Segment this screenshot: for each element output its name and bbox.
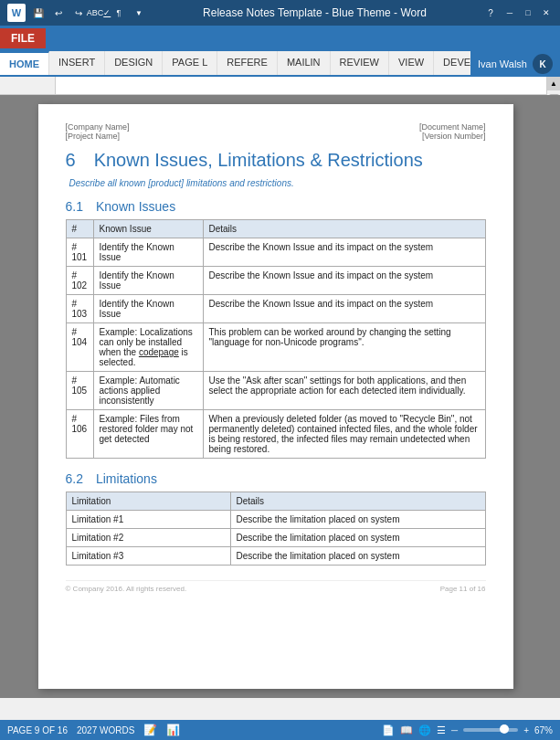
section-heading: 6 Known Issues, Limitations & Restrictio… (66, 150, 486, 171)
save-icon[interactable]: 💾 (31, 5, 46, 20)
subsection-61-heading: 6.1 Known Issues (66, 199, 486, 214)
view-outline-icon[interactable]: ☰ (437, 724, 446, 736)
section-title: Known Issues, Limitations & Restrictions (94, 150, 423, 171)
issue-hash: # 104 (66, 323, 93, 372)
tab-page-layout[interactable]: PAGE L (163, 51, 217, 75)
issue-details: When a previously deleted folder (as mov… (203, 410, 485, 459)
known-issue-row: # 102Identify the Known IssueDescribe th… (66, 267, 485, 295)
tab-insert[interactable]: INSERT (49, 51, 105, 75)
limitation-name: Limitation #1 (66, 511, 230, 529)
page-info-status: PAGE 9 OF 16 (7, 725, 68, 735)
view-web-icon[interactable]: 🌐 (418, 724, 431, 736)
title-bar-left: W 💾 ↩ ↪ ABC✓ ¶ ▼ (7, 4, 146, 22)
issue-name: Identify the Known Issue (93, 238, 203, 267)
issue-details: This problem can be worked around by cha… (203, 323, 485, 372)
minimize-button[interactable]: ─ (503, 6, 516, 19)
subsection-61-number: 6.1 (66, 199, 83, 214)
ruler (0, 77, 560, 95)
zoom-thumb (500, 724, 509, 734)
limitation-name: Limitation #2 (66, 529, 230, 547)
known-issue-row: # 105Example: Automatic actions applied … (66, 372, 485, 410)
issue-name: Example: Localizations can only be insta… (93, 323, 203, 372)
known-issues-table: # Known Issue Details # 101Identify the … (66, 219, 486, 459)
status-bar: PAGE 9 OF 16 2027 WORDS 📝 📊 📄 📖 🌐 ☰ ─ + … (0, 720, 560, 740)
limitation-details: Describe the limitation placed on system (230, 547, 485, 566)
known-issue-row: # 106Example: Files from restored folder… (66, 410, 485, 459)
zoom-slider[interactable] (463, 728, 518, 732)
limit-header-limitation: Limitation (66, 492, 230, 511)
content-area: [Company Name] [Project Name] [Document … (0, 95, 560, 698)
tab-review[interactable]: REVIEW (331, 51, 389, 75)
quick-access-toolbar: W 💾 ↩ ↪ ABC✓ ¶ ▼ (7, 4, 146, 22)
ribbon-user: Ivan Walsh K (470, 51, 560, 77)
status-right: 📄 📖 🌐 ☰ ─ + 67% (382, 724, 553, 736)
dropdown-icon[interactable]: ▼ (132, 5, 146, 20)
tab-home[interactable]: HOME (0, 51, 49, 75)
tab-references[interactable]: REFERE (217, 51, 278, 75)
section-number: 6 (66, 150, 76, 171)
document-page: [Company Name] [Project Name] [Document … (38, 104, 513, 689)
subsection-62-heading: 6.2 Limitations (66, 471, 486, 486)
redo-icon[interactable]: ↪ (71, 5, 86, 20)
ribbon-header: FILE Ivan Walsh K (0, 26, 560, 51)
table-header-issue: Known Issue (93, 220, 203, 238)
known-issue-row: # 101Identify the Known IssueDescribe th… (66, 238, 485, 267)
subsection-61-title: Known Issues (96, 199, 175, 214)
close-button[interactable]: ✕ (540, 6, 553, 19)
page-info: Page 11 of 16 (440, 585, 486, 593)
user-avatar: K (533, 54, 553, 74)
limitation-name: Limitation #3 (66, 547, 230, 566)
known-issue-row: # 103Identify the Known IssueDescribe th… (66, 295, 485, 323)
version-number: [Version Number] (419, 132, 486, 141)
spell-status-icon[interactable]: 📝 (143, 724, 157, 736)
zoom-percent: 67% (534, 725, 553, 735)
limitation-details: Describe the limitation placed on system (230, 511, 485, 529)
limitation-row: Limitation #1Describe the limitation pla… (66, 511, 485, 529)
subsection-62-number: 6.2 (66, 471, 83, 486)
view-print-icon[interactable]: 📄 (382, 724, 395, 736)
limitations-table: Limitation Details Limitation #1Describe… (66, 492, 486, 566)
view-reading-icon[interactable]: 📖 (400, 724, 413, 736)
subsection-62-title: Limitations (96, 471, 157, 486)
issue-details: Describe the Known Issue and its impact … (203, 238, 485, 267)
title-bar: W 💾 ↩ ↪ ABC✓ ¶ ▼ Release Notes Template … (0, 0, 560, 26)
known-issue-row: # 104Example: Localizations can only be … (66, 323, 485, 372)
issue-hash: # 102 (66, 267, 93, 295)
format-icon[interactable]: ¶ (111, 5, 126, 20)
tab-mailings[interactable]: MAILIN (278, 51, 331, 75)
status-left: PAGE 9 OF 16 2027 WORDS 📝 📊 (7, 724, 180, 736)
issue-details: Describe the Known Issue and its impact … (203, 295, 485, 323)
spellcheck-icon[interactable]: ABC✓ (91, 5, 106, 20)
document-title: Release Notes Template - Blue Theme - Wo… (203, 6, 427, 19)
scroll-up-arrow[interactable]: ▲ (547, 77, 561, 90)
issue-name: Identify the Known Issue (93, 267, 203, 295)
section-description: Describe all known [product] limitations… (69, 178, 486, 188)
title-bar-controls: ? ─ □ ✕ (483, 5, 553, 20)
restore-button[interactable]: □ (522, 6, 534, 19)
user-name: Ivan Walsh (478, 58, 527, 69)
track-changes-icon[interactable]: 📊 (166, 724, 180, 736)
project-name: [Project Name] (66, 132, 130, 141)
issue-name: Identify the Known Issue (93, 295, 203, 323)
copyright: © Company 2016. All rights reserved. (66, 585, 187, 593)
document-header: [Company Name] [Project Name] [Document … (66, 122, 486, 141)
issue-name: Example: Files from restored folder may … (93, 410, 203, 459)
document-name: [Document Name] (419, 122, 486, 132)
document-footer: © Company 2016. All rights reserved. Pag… (66, 580, 486, 593)
table-header-details: Details (203, 220, 485, 238)
header-left: [Company Name] [Project Name] (66, 122, 130, 141)
file-tab[interactable]: FILE (0, 28, 46, 48)
undo-icon[interactable]: ↩ (51, 5, 66, 20)
issue-hash: # 105 (66, 372, 93, 410)
limitation-details: Describe the limitation placed on system (230, 529, 485, 547)
issue-hash: # 103 (66, 295, 93, 323)
ruler-bar (55, 77, 560, 94)
word-count: 2027 WORDS (77, 725, 134, 735)
header-right: [Document Name] [Version Number] (419, 122, 486, 141)
tab-view[interactable]: VIEW (389, 51, 434, 75)
limitation-row: Limitation #3Describe the limitation pla… (66, 547, 485, 566)
help-icon[interactable]: ? (483, 5, 498, 20)
issue-hash: # 101 (66, 238, 93, 267)
tab-design[interactable]: DESIGN (105, 51, 163, 75)
issue-details: Use the "Ask after scan" settings for bo… (203, 372, 485, 410)
